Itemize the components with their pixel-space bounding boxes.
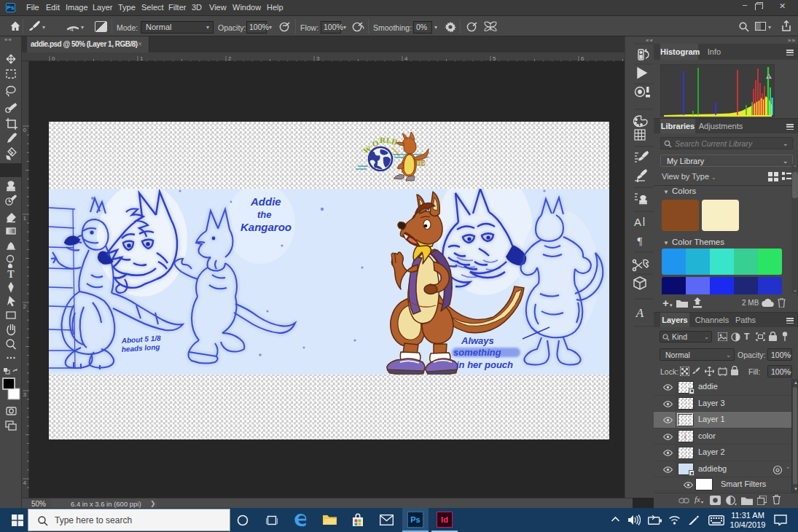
svg-text:¶: ¶ [638, 235, 643, 247]
svg-text:1: 1 [23, 215, 27, 222]
svg-text:Always: Always [461, 335, 494, 346]
svg-text:something: something [453, 347, 501, 358]
svg-text:A: A [634, 216, 641, 228]
svg-text:2: 2 [23, 303, 27, 310]
svg-text:0: 0 [23, 127, 27, 133]
svg-text:A: A [635, 306, 644, 320]
svg-text:3: 3 [23, 391, 27, 398]
svg-text:T: T [7, 269, 15, 280]
svg-text:in her pouch: in her pouch [456, 359, 513, 370]
svg-text:Kangaroo: Kangaroo [240, 221, 292, 233]
svg-text:4: 4 [23, 480, 27, 486]
svg-text:the: the [257, 209, 272, 220]
svg-text:Addie: Addie [250, 195, 281, 208]
